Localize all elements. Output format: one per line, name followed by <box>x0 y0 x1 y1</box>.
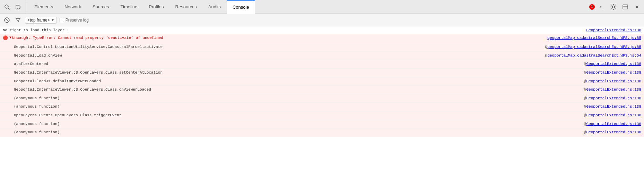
tab-console[interactable]: Console <box>227 0 255 14</box>
toolbar-left-icons <box>2 2 26 12</box>
stack-link[interactable]: GeoportalExtended.js:138 <box>586 112 641 119</box>
svg-point-5 <box>612 6 615 8</box>
stack-link[interactable]: GeoportalExtended.js:138 <box>586 78 641 85</box>
stack-link[interactable]: GeoportalExtended.js:138 <box>586 70 641 76</box>
terminal-button[interactable]: >_ <box>597 2 607 12</box>
stack-link[interactable]: GeoportalExtended.js:138 <box>586 95 641 102</box>
error-main-row: 🔴 ▼ Uncaught TypeError: Cannot read prop… <box>0 34 644 43</box>
preserve-log-checkbox[interactable] <box>60 18 64 22</box>
stack-func-text: Geoportal.InterfaceViewer.JS.OpenLayers.… <box>14 87 575 93</box>
svg-line-9 <box>5 18 9 22</box>
tab-sources[interactable]: Sources <box>87 0 115 14</box>
stack-row: (anonymous function) @ GeoportalExtended… <box>0 103 644 111</box>
no-right-row: No right to load this layer ! GeoportalE… <box>0 26 644 34</box>
frame-select[interactable]: <top frame> ▼ <box>25 17 57 24</box>
stack-func-text: (anonymous function) <box>14 129 575 136</box>
stack-row: Geoportal.InterfaceViewer.JS.OpenLayers.… <box>0 69 644 77</box>
stack-row: OpenLayers.Events.OpenLayers.Class.trigg… <box>0 111 644 120</box>
stack-row: (anonymous function) @ GeoportalExtended… <box>0 128 644 137</box>
tab-timeline[interactable]: Timeline <box>115 0 143 14</box>
main-toolbar: Elements Network Sources Timeline Profil… <box>0 0 644 14</box>
preserve-log-container: Preserve log <box>60 18 89 23</box>
tab-profiles[interactable]: Profiles <box>143 0 169 14</box>
stack-link[interactable]: GeoportalExtended.js:138 <box>586 61 641 67</box>
stack-rows-container: Geoportal.Control.LocationUtilityService… <box>0 43 644 137</box>
dock-button[interactable] <box>620 2 630 12</box>
no-right-text: No right to load this layer ! <box>3 28 581 32</box>
stack-link[interactable]: geoportalMap_cadastralSearchExt_WFS.js:8… <box>547 44 641 50</box>
stack-link[interactable]: GeoportalExtended.js:138 <box>586 129 641 136</box>
stack-row: (anonymous function) @ GeoportalExtended… <box>0 94 644 103</box>
search-button[interactable] <box>2 2 12 12</box>
device-toggle-button[interactable] <box>13 2 23 12</box>
stack-func-text: (anonymous function) <box>14 95 575 102</box>
tab-elements[interactable]: Elements <box>29 0 59 14</box>
clear-console-button[interactable] <box>3 16 11 24</box>
stack-row: Geoportal.Control.LocationUtilityService… <box>0 43 644 52</box>
svg-rect-6 <box>623 5 628 9</box>
stack-func-text: Geoportal.InterfaceViewer.JS.OpenLayers.… <box>14 70 575 76</box>
close-button[interactable]: ✕ <box>632 2 642 12</box>
stack-link[interactable]: geoportalMap_cadastralSearchExt_WFS.js:5… <box>547 53 641 59</box>
nav-tabs: Elements Network Sources Timeline Profil… <box>29 0 589 14</box>
settings-button[interactable] <box>609 2 618 12</box>
stack-link[interactable]: GeoportalExtended.js:138 <box>586 104 641 110</box>
stack-row: Geoportal.InterfaceViewer.JS.OpenLayers.… <box>0 86 644 94</box>
stack-func-text: a.afterCentered <box>14 61 575 67</box>
stack-link[interactable]: GeoportalExtended.js:138 <box>586 87 641 93</box>
console-content: No right to load this layer ! GeoportalE… <box>0 26 644 184</box>
svg-rect-3 <box>19 6 20 8</box>
error-circle-icon: 🔴 <box>3 35 8 42</box>
error-main-text: Uncaught TypeError: Cannot read property… <box>12 35 163 41</box>
stack-func-text: Geoportal.load.onView <box>14 53 536 59</box>
stack-func-text: Geoportal.Control.LocationUtilityService… <box>14 44 536 50</box>
tab-resources[interactable]: Resources <box>170 0 203 14</box>
stack-func-text: OpenLayers.Events.OpenLayers.Class.trigg… <box>14 112 575 119</box>
tab-audits[interactable]: Audits <box>203 0 227 14</box>
stack-row: (anonymous function) @ GeoportalExtended… <box>0 120 644 129</box>
no-right-link[interactable]: GeoportalExtended.js:138 <box>581 28 641 32</box>
stack-row: Geoportal.load.onView @ geoportalMap_cad… <box>0 52 644 60</box>
stack-row: Geoportal.loadJs.defaultOnViewerLoaded @… <box>0 77 644 86</box>
stack-func-text: (anonymous function) <box>14 121 575 127</box>
error-main-link[interactable]: geoportalMap_cadastralSearchExt_WFS.js:8… <box>542 35 641 41</box>
stack-link[interactable]: GeoportalExtended.js:138 <box>586 121 641 127</box>
stack-func-text: Geoportal.loadJs.defaultOnViewerLoaded <box>14 78 575 85</box>
svg-line-1 <box>8 8 9 9</box>
tab-network[interactable]: Network <box>59 0 87 14</box>
console-toolbar: <top frame> ▼ Preserve log <box>0 14 644 26</box>
expand-triangle-icon[interactable]: ▼ <box>9 35 11 41</box>
error-badge: 1 <box>589 4 595 10</box>
stack-func-text: (anonymous function) <box>14 104 575 110</box>
toolbar-right: 1 >_ ✕ <box>589 2 642 12</box>
stack-row: a.afterCentered @ GeoportalExtended.js:1… <box>0 60 644 69</box>
filter-button[interactable] <box>14 16 22 24</box>
error-count: 1 <box>589 4 595 10</box>
